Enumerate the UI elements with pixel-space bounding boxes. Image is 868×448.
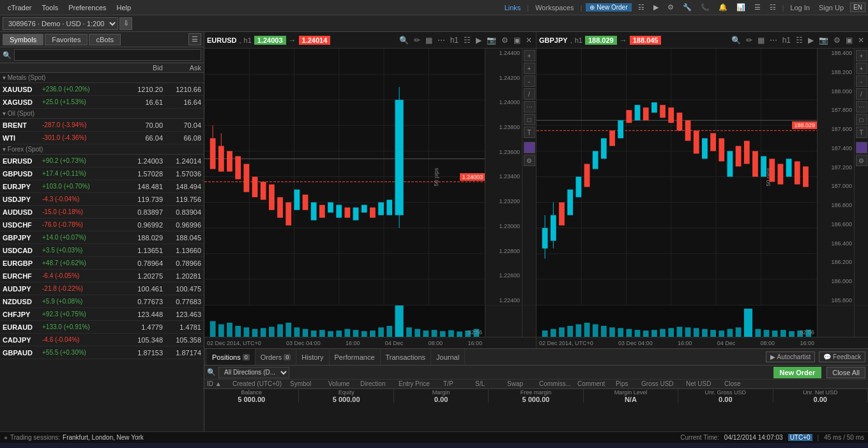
chart-canvas-eurusd[interactable]: 50 pips: [204, 49, 485, 305]
chart-close-gbpjpy[interactable]: ✕: [857, 36, 865, 45]
direction-filter[interactable]: All Directions (D...: [218, 367, 289, 378]
symbol-search-input[interactable]: [14, 49, 201, 61]
group-forex[interactable]: ▾ Forex (Spot): [0, 144, 204, 155]
chart-bar-eurusd[interactable]: ▦: [424, 36, 434, 45]
symbol-row-usdcad[interactable]: USDCAD +3.5 (+0.03%) 1.13651 1.13660: [0, 244, 204, 257]
rt-line[interactable]: /: [524, 88, 535, 100]
rt-square[interactable]: □: [524, 114, 535, 125]
chart-settings-eurusd[interactable]: ⚙: [500, 36, 510, 45]
chart-screenshot-gbpjpy[interactable]: 📷: [818, 36, 830, 45]
symbol-row-cadjpy[interactable]: CADJPY -4.6 (-0.04%) 105.348 105.358: [0, 334, 204, 346]
tab-symbols[interactable]: Symbols: [3, 34, 43, 45]
new-order-btn[interactable]: New Order: [773, 367, 822, 378]
chart-settings-gbpjpy[interactable]: ⚙: [832, 36, 842, 45]
link-workspaces[interactable]: Workspaces: [533, 4, 576, 12]
rt-zoom-out-gbp[interactable]: -: [856, 75, 867, 87]
chart-zoom-eurusd[interactable]: 🔍: [398, 36, 410, 45]
symbol-row-audusd[interactable]: AUDUSD -15.0 (-0.18%) 0.83897 0.83904: [0, 206, 204, 219]
btab-transactions[interactable]: Transactions: [381, 349, 432, 365]
link-login[interactable]: Log In: [788, 4, 812, 12]
symbol-row-gbpjpy[interactable]: GBPJPY +14.0 (+0.07%) 188.029 188.045: [0, 231, 204, 244]
chart-zoom-gbpjpy[interactable]: 🔍: [730, 36, 742, 45]
col-id[interactable]: ID ▲: [204, 380, 230, 388]
rt-text[interactable]: T: [524, 127, 535, 138]
chart-canvas-gbpjpy[interactable]: 50 pips: [537, 49, 817, 305]
tab-favorites[interactable]: Favorites: [45, 34, 88, 45]
rt-settings2-gbp[interactable]: ⚙: [856, 155, 867, 166]
symbol-row-gbpusd[interactable]: GBPUSD +17.4 (+0.11%) 1.57028 1.57036: [0, 167, 204, 180]
symbol-row-usdchf[interactable]: USDCHF -76.0 (-0.78%) 0.96992 0.96996: [0, 219, 204, 231]
group-metals[interactable]: ▾ Metals (Spot): [0, 73, 204, 83]
rt-settings2[interactable]: ⚙: [524, 155, 535, 166]
symbol-row-nzdusd[interactable]: NZDUSD +5.9 (+0.08%) 0.77673 0.77683: [0, 295, 204, 308]
autochartist-btn[interactable]: ▶ Autochartist: [766, 351, 815, 362]
symbol-row-gbpaud[interactable]: GBPAUD +55.5 (+0.30%) 1.87153 1.87174: [0, 346, 204, 359]
rt-zoom-in-gbp[interactable]: +: [856, 63, 867, 74]
chart-indicators-eurusd[interactable]: ☷: [462, 36, 472, 45]
chart-maximize-gbpjpy[interactable]: ▣: [844, 36, 854, 45]
rt-crosshair[interactable]: +: [524, 50, 535, 61]
chart-cursor-eurusd[interactable]: ✏: [413, 36, 422, 45]
link-chart[interactable]: 📊: [734, 3, 748, 12]
rt-square-gbp[interactable]: □: [856, 114, 867, 125]
btab-positions[interactable]: Positions 0: [207, 349, 255, 365]
chart-line-gbpjpy[interactable]: ⋯: [768, 36, 779, 45]
close-all-btn[interactable]: Close All: [826, 367, 865, 378]
rt-text-gbp[interactable]: T: [856, 127, 867, 138]
btab-journal[interactable]: Journal: [431, 349, 465, 365]
symbol-row-audjpy[interactable]: AUDJPY -21.8 (-0.22%) 100.461 100.475: [0, 282, 204, 295]
link-grid[interactable]: ☷: [767, 3, 779, 12]
link-tools2[interactable]: 🔧: [680, 3, 694, 12]
group-oil[interactable]: ▾ Oil (Spot): [0, 109, 204, 119]
link-settings[interactable]: ⚙: [665, 3, 676, 12]
btn-new-order-top[interactable]: ⊕ New Order: [586, 3, 631, 12]
symbol-row-xauusd[interactable]: XAUUSD +236.0 (+0.20%) 1210.20 1210.66: [0, 83, 204, 96]
chart-screenshot-eurusd[interactable]: 📷: [485, 36, 498, 45]
chart-h1-eurusd[interactable]: h1: [449, 36, 460, 45]
rt-zoom-out[interactable]: -: [524, 75, 535, 87]
link-monitor[interactable]: ☷: [636, 3, 647, 12]
chart-maximize-eurusd[interactable]: ▣: [512, 36, 522, 45]
rt-dotted-gbp[interactable]: ⋯: [856, 101, 867, 112]
feedback-btn[interactable]: 💬 Feedback: [819, 351, 865, 362]
rt-color[interactable]: [524, 142, 535, 153]
symbol-row-xagusd[interactable]: XAGUSD +25.0 (+1.53%) 16.61 16.64: [0, 96, 204, 109]
symbol-row-chfjpy[interactable]: CHFJPY +92.3 (+0.75%) 123.448 123.463: [0, 308, 204, 321]
link-list[interactable]: ☰: [752, 3, 763, 12]
rt-dotted[interactable]: ⋯: [524, 101, 535, 112]
chart-h1-gbpjpy[interactable]: h1: [781, 36, 792, 45]
chart-cursor-gbpjpy[interactable]: ✏: [745, 36, 754, 45]
chart-bar-gbpjpy[interactable]: ▦: [756, 36, 766, 45]
rt-line-gbp[interactable]: /: [856, 88, 867, 100]
symbol-row-eurchf[interactable]: EURCHF -6.4 (-0.05%) 1.20275 1.20281: [0, 270, 204, 282]
chart-indicators-gbpjpy[interactable]: ☷: [795, 36, 804, 45]
symbol-row-euraud[interactable]: EURAUD +133.0 (+0.91%) 1.4779 1.4781: [0, 321, 204, 334]
link-phone[interactable]: 📞: [698, 3, 712, 12]
link-alert[interactable]: 🔔: [716, 3, 730, 12]
chart-close-eurusd[interactable]: ✕: [524, 36, 533, 45]
btab-performance[interactable]: Performance: [330, 349, 381, 365]
rt-color-gbp[interactable]: [856, 142, 867, 153]
symbol-row-brent[interactable]: BRENT -287.0 (-3.94%) 70.00 70.04: [0, 119, 204, 132]
manage-symbols-btn[interactable]: ☰: [188, 33, 201, 45]
symbol-row-wti[interactable]: WTI -301.0 (-4.36%) 66.04 66.08: [0, 132, 204, 144]
account-selector[interactable]: 3089676 · Demo · USD · 1:200: [3, 17, 118, 30]
link-signup[interactable]: Sign Up: [816, 4, 846, 12]
menu-help[interactable]: Help: [112, 4, 137, 12]
symbol-row-eurjpy[interactable]: EURJPY +103.0 (+0.70%) 148.481 148.494: [0, 180, 204, 193]
rt-zoom-in[interactable]: +: [524, 63, 535, 74]
tab-cbots[interactable]: cBots: [89, 34, 121, 45]
link-cam[interactable]: ▶: [651, 3, 661, 12]
btab-orders[interactable]: Orders 0: [255, 349, 297, 365]
symbol-row-eurusd[interactable]: EURUSD +90.2 (+0.73%) 1.24003 1.24014: [0, 155, 204, 167]
symbol-row-usdjpy[interactable]: USDJPY -4.3 (-0.04%) 119.739 119.756: [0, 193, 204, 206]
symbol-row-eurgbp[interactable]: EURGBP +48.7 (+0.62%) 0.78964 0.78966: [0, 257, 204, 270]
chart-share-eurusd[interactable]: ▶: [475, 36, 483, 45]
btab-history[interactable]: History: [296, 349, 329, 365]
menu-tools[interactable]: Tools: [37, 4, 64, 12]
menu-preferences[interactable]: Preferences: [63, 4, 111, 12]
link-links[interactable]: Links: [502, 4, 524, 12]
download-btn[interactable]: ⇩: [119, 17, 132, 30]
menu-ctrader[interactable]: cTrader: [3, 4, 37, 12]
chart-share-gbpjpy[interactable]: ▶: [807, 36, 815, 45]
